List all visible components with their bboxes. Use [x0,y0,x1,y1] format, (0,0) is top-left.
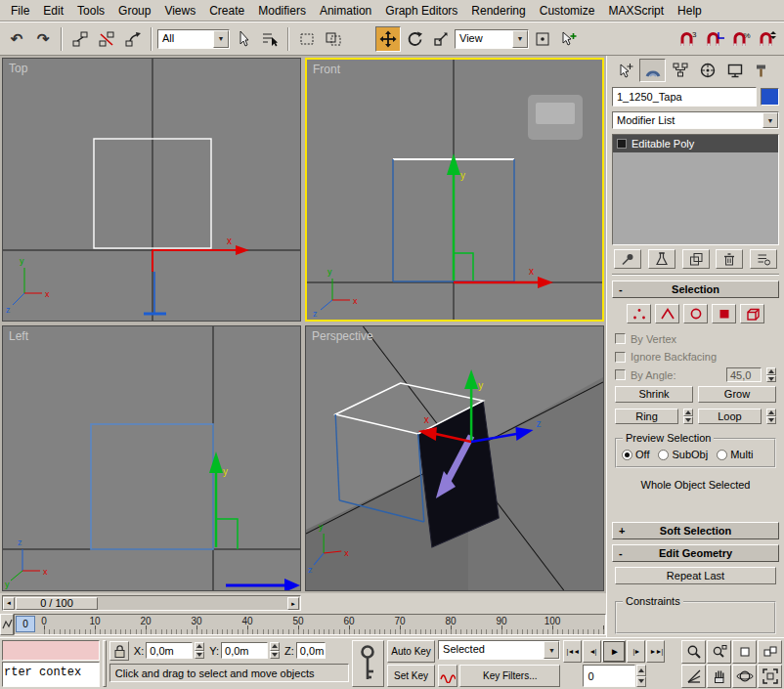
vertex-mode-button[interactable] [627,304,651,323]
pin-stack-button[interactable] [614,249,641,268]
dropdown-arrow-icon[interactable]: ▼ [762,112,778,129]
viewport-top[interactable]: x y x z Top [2,58,301,322]
menu-modifiers[interactable]: Modifiers [251,2,313,20]
zoom-extents-all-button[interactable] [758,640,782,664]
viewport-left-label[interactable]: Left [9,329,28,343]
select-and-move-button[interactable] [375,26,401,52]
time-slider-handle[interactable]: 0 / 100 [16,597,98,610]
angle-snap-toggle-button[interactable] [702,26,727,52]
next-frame-button[interactable]: |► [627,640,645,663]
y-spinner[interactable] [270,642,280,659]
menu-maxscript[interactable]: MAXScript [601,2,671,20]
selection-filter-combo[interactable]: All ▼ [157,29,230,49]
shrink-button[interactable]: Shrink [615,386,693,403]
preview-subobj-option[interactable]: SubObj [658,449,708,460]
percent-snap-toggle-button[interactable]: % [728,26,754,52]
tab-create[interactable] [612,59,638,82]
grow-button[interactable]: Grow [698,386,776,403]
reference-coordsys-combo[interactable]: View ▼ [455,29,529,49]
dropdown-arrow-icon[interactable]: ▼ [213,30,229,48]
tab-display[interactable] [721,59,748,82]
viewport-front[interactable]: y x y x z Front [305,58,604,322]
preview-multi-option[interactable]: Multi [717,449,753,460]
move-gizmo[interactable]: y x [447,153,553,288]
rectangular-selection-region-button[interactable] [294,26,320,52]
border-mode-button[interactable] [683,304,708,323]
previous-frame-button[interactable]: ◄| [583,640,601,663]
viewport-front-label[interactable]: Front [313,63,340,76]
rollout-selection[interactable]: - Selection [612,280,779,298]
play-animation-button[interactable]: ► [602,640,626,663]
key-filters-button[interactable]: Key Filters... [459,665,560,687]
go-to-end-button[interactable]: ►►| [646,640,665,663]
select-and-scale-button[interactable] [428,26,454,52]
edge-mode-button[interactable] [655,304,679,323]
redo-button[interactable]: ↷ [30,26,56,52]
menu-group[interactable]: Group [111,2,157,20]
arc-rotate-button[interactable] [732,665,757,688]
selection-set-combo[interactable]: Selected ▼ [438,640,560,660]
loop-spinner[interactable] [766,409,776,425]
select-and-link-button[interactable] [67,26,93,52]
by-angle-value-field[interactable]: 45,0 [726,367,762,382]
by-angle-spinner[interactable] [766,367,776,382]
maximize-viewport-toggle[interactable] [758,665,782,688]
show-end-result-button[interactable] [648,249,675,268]
stack-item-editable-poly[interactable]: Editable Poly [613,135,778,152]
menu-views[interactable]: Views [157,2,202,20]
configure-modifier-sets-button[interactable] [750,249,777,268]
menu-tools[interactable]: Tools [70,2,111,20]
element-mode-button[interactable] [740,304,764,323]
go-to-start-button[interactable]: |◄◄ [563,640,582,663]
selection-lock-toggle[interactable] [109,641,129,661]
dropdown-arrow-icon[interactable]: ▼ [544,641,559,659]
menu-graph-editors[interactable]: Graph Editors [378,2,464,20]
menu-file[interactable]: File [4,2,36,20]
ring-button[interactable]: Ring [615,409,678,425]
object-name-field[interactable]: 1_1250_Tapa [612,87,757,107]
by-vertex-checkbox[interactable] [615,333,626,344]
box-object-edges[interactable] [91,424,213,549]
viewport-top-label[interactable]: Top [9,62,27,75]
rollout-edit-geometry[interactable]: - Edit Geometry [612,544,779,562]
zoom-all-button[interactable] [707,640,731,664]
loop-button[interactable]: Loop [698,409,762,425]
field-of-view-button[interactable] [681,665,706,688]
tab-motion[interactable] [694,59,720,82]
object-color-swatch[interactable] [761,88,779,106]
listener-field[interactable]: rter contex [2,662,100,688]
zoom-button[interactable] [681,640,706,664]
move-gizmo[interactable]: y [209,452,300,590]
set-key-button[interactable]: Set Key [387,665,435,687]
time-slider-track[interactable]: ◄ 0 / 100 ► [2,595,301,611]
viewport-perspective-label[interactable]: Perspective [312,329,373,343]
ignore-backfacing-checkbox[interactable] [615,352,626,363]
menu-edit[interactable]: Edit [36,2,70,20]
menu-create[interactable]: Create [202,2,251,20]
z-coordinate-field[interactable]: 0,0m [296,642,326,659]
modifier-stack[interactable]: Editable Poly [612,134,779,245]
viewport-perspective[interactable]: y x z y x z [305,325,604,591]
preview-off-option[interactable]: Off [622,449,649,460]
remove-modifier-button[interactable] [716,249,743,268]
snap-toggle-3d-button[interactable]: 3 [675,26,701,52]
window-crossing-button[interactable] [321,26,346,52]
current-frame-field[interactable]: 0 [583,665,635,687]
spinner-snap-toggle-button[interactable] [755,26,780,52]
bind-to-space-warp-button[interactable] [120,26,146,52]
dropdown-arrow-icon[interactable]: ▼ [512,30,528,48]
y-coordinate-field[interactable]: 0,0m [221,642,268,659]
select-object-button[interactable] [231,26,256,52]
polygon-mode-button[interactable] [712,304,736,323]
x-coordinate-field[interactable]: 0,0m [146,642,193,659]
box-object-edges[interactable] [144,272,166,314]
unlink-selection-button[interactable] [94,26,119,52]
tab-hierarchy[interactable] [667,59,693,82]
move-gizmo[interactable]: x [152,236,249,272]
macro-recorder-field[interactable] [2,640,100,661]
ring-spinner[interactable] [683,409,693,425]
make-unique-button[interactable] [682,249,710,268]
menu-customize[interactable]: Customize [533,2,602,20]
select-and-manipulate-button[interactable] [556,26,582,52]
select-and-rotate-button[interactable] [402,26,427,52]
